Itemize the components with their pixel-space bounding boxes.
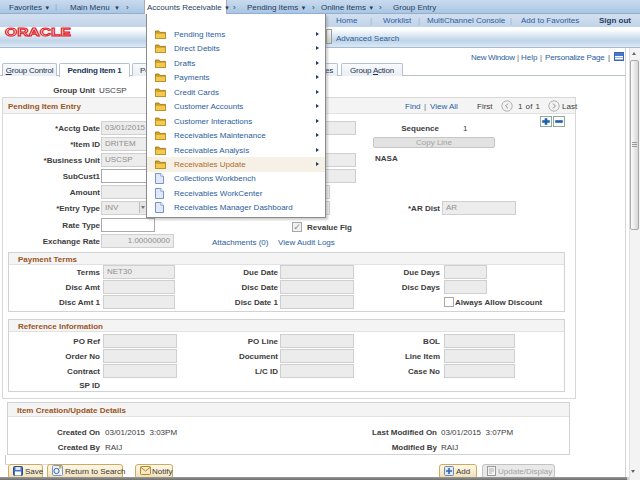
svg-text:ORACLE: ORACLE bbox=[5, 27, 71, 38]
